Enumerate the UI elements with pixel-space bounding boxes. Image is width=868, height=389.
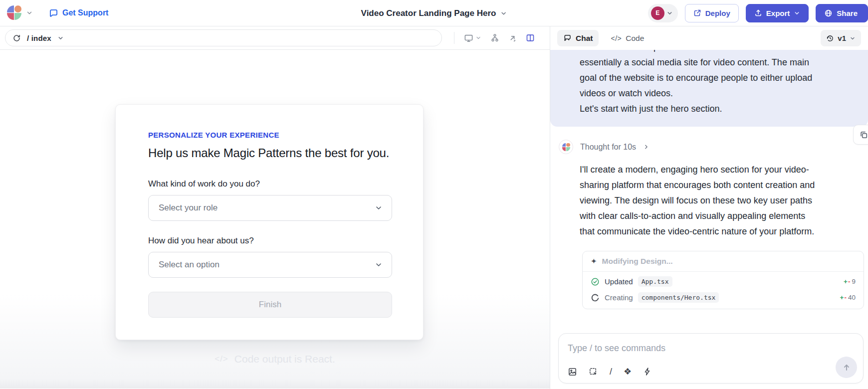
project-title: Video Creator Landing Page Hero (361, 8, 496, 18)
route-path: / index (27, 34, 51, 42)
external-link-icon (693, 9, 701, 17)
finish-button[interactable]: Finish (148, 292, 392, 318)
upload-icon (754, 9, 762, 17)
tab-code[interactable]: </> Code (605, 30, 650, 46)
role-select[interactable]: Select your role (148, 195, 392, 221)
thought-expand-chevron-icon[interactable] (643, 144, 650, 150)
assistant-message-text: I'll create a modern, engaging hero sect… (550, 154, 868, 239)
file-chip: App.tsx (638, 276, 672, 287)
diff-count: 40 (848, 294, 856, 301)
attach-image-icon[interactable] (568, 367, 577, 377)
check-circle-icon (591, 277, 600, 286)
code-brackets-icon: </> (215, 354, 228, 364)
task-row[interactable]: Updated App.tsx + - 9 (583, 272, 864, 291)
magic-patterns-logo[interactable] (7, 5, 22, 20)
globe-icon (824, 9, 833, 17)
file-chip: components/Hero.tsx (638, 292, 719, 303)
magic-patterns-app: Get Support Video Creator Landing Page H… (0, 0, 868, 389)
device-chevron-down-icon (475, 35, 481, 41)
monitor-icon (464, 33, 473, 43)
onboarding-modal: PERSONALIZE YOUR EXPERIENCE Help us make… (115, 104, 424, 340)
diff-plus: + (844, 278, 848, 285)
task-row[interactable]: Creating components/Hero.tsx + - 40 (583, 291, 864, 309)
preview-controls (449, 32, 539, 44)
export-chevron-down-icon (794, 10, 800, 16)
preview-panel: / index (0, 26, 550, 389)
tab-chat-label: Chat (576, 34, 593, 43)
chat-input[interactable] (568, 341, 828, 356)
share-button[interactable]: Share (816, 4, 868, 22)
referral-select-chevron-icon (375, 261, 383, 269)
toolbar-divider (454, 32, 454, 44)
tab-code-label: Code (626, 34, 644, 43)
user-message: that lets creators upload and share thei… (550, 50, 868, 127)
code-output-note: </> Code output is React. (0, 353, 550, 365)
top-bar-left: Get Support (7, 5, 177, 20)
task-action: Creating (605, 293, 633, 302)
url-bar[interactable]: / index (5, 29, 442, 46)
account-menu-button[interactable]: E (648, 4, 678, 22)
account-chevron-down-icon (666, 10, 673, 16)
role-select-placeholder: Select your role (159, 203, 217, 213)
preview-canvas: PERSONALIZE YOUR EXPERIENCE Help us make… (0, 50, 550, 389)
route-chevron-down-icon[interactable] (57, 35, 64, 41)
lightning-icon[interactable] (643, 367, 652, 376)
diff-plus: + (840, 294, 844, 301)
open-in-new-tab-icon[interactable] (508, 34, 517, 42)
device-size-control[interactable] (464, 33, 481, 43)
magic-patterns-logo (562, 143, 570, 151)
get-support-label: Get Support (62, 8, 108, 17)
version-label: v1 (838, 34, 846, 42)
get-support-button[interactable]: Get Support (49, 8, 108, 18)
slash-command-icon[interactable]: / (610, 367, 612, 377)
assistant-avatar (559, 140, 573, 154)
thought-row: Thought for 10s (550, 127, 868, 154)
chat-bubbles-icon (563, 34, 572, 42)
chat-messages[interactable]: that lets creators upload and share thei… (550, 50, 868, 333)
diff-stats: + - 40 (840, 294, 856, 301)
history-icon (826, 34, 834, 42)
component-tree-icon[interactable] (490, 33, 499, 42)
components-diamond-icon[interactable]: ❖ (624, 366, 632, 377)
workspace-chevron-down-icon[interactable] (26, 9, 33, 16)
top-bar-actions: E Deploy Export (648, 4, 861, 22)
refresh-icon[interactable] (12, 34, 21, 42)
user-message-clipped-line: that lets creators upload and share thei… (580, 50, 854, 55)
spinner-icon (591, 293, 600, 302)
version-selector[interactable]: v1 (821, 30, 861, 46)
split-view-icon[interactable] (526, 33, 535, 42)
copy-message-button[interactable] (853, 125, 868, 145)
input-actions: / ❖ (568, 366, 652, 377)
deploy-button[interactable]: Deploy (685, 4, 739, 22)
main-area: / index (0, 26, 868, 389)
export-button[interactable]: Export (746, 4, 809, 22)
project-title-chevron-icon (500, 10, 507, 17)
thought-duration[interactable]: Thought for 10s (580, 143, 636, 152)
support-chat-bubble-icon (49, 8, 58, 18)
referral-select-placeholder: Select an option (159, 260, 219, 270)
top-bar: Get Support Video Creator Landing Page H… (0, 0, 868, 26)
select-element-icon[interactable] (589, 367, 598, 377)
modal-eyebrow: PERSONALIZE YOUR EXPERIENCE (148, 131, 391, 139)
diff-minus: - (848, 278, 851, 285)
task-status: Modifying Design... (602, 257, 673, 266)
role-select-chevron-icon (375, 204, 383, 212)
modal-heading: Help us make Magic Patterns the best for… (148, 146, 391, 160)
code-output-text: Code output is React. (234, 353, 335, 365)
task-progress-card: ✦ Modifying Design... Updated App.tsx + … (582, 251, 864, 309)
chat-input-container[interactable]: / ❖ (558, 333, 864, 384)
tab-chat[interactable]: Chat (557, 30, 599, 46)
share-label: Share (837, 9, 858, 17)
referral-question-label: How did you hear about us? (148, 236, 391, 246)
referral-select[interactable]: Select an option (148, 252, 392, 278)
role-question-label: What kind of work do you do? (148, 179, 391, 189)
code-brackets-icon: </> (611, 34, 622, 42)
sparkle-icon: ✦ (591, 257, 597, 266)
diff-minus: - (844, 294, 847, 301)
user-message-text: essentially a social media site for vide… (580, 55, 854, 117)
chat-input-area: / ❖ (550, 333, 868, 389)
diff-count: 9 (852, 278, 856, 285)
version-chevron-down-icon (850, 35, 856, 41)
send-message-button[interactable] (836, 357, 857, 378)
project-title-group[interactable]: Video Creator Landing Page Hero (361, 0, 507, 26)
